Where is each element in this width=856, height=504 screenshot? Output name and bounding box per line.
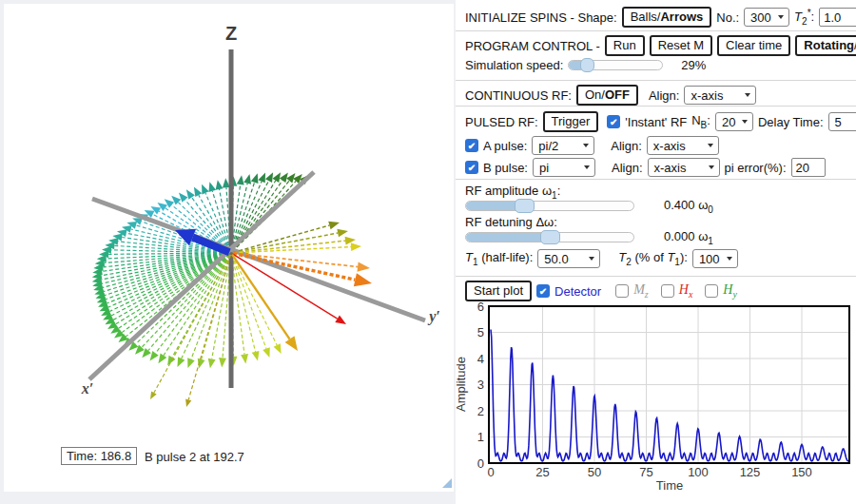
- chevron-down-icon: [584, 165, 590, 169]
- nb-value: 20: [722, 115, 735, 129]
- svg-text:x′: x′: [81, 380, 94, 397]
- detector-label: Detector: [554, 284, 601, 299]
- continuous-rf-row: CONTINUOUS RF: On/OFF Align: x-axis: [465, 85, 756, 106]
- control-panel: INITIALIZE SPINS - Shape: Balls/Arrows N…: [456, 0, 856, 504]
- svg-text:25: 25: [535, 465, 549, 479]
- spin-count-select[interactable]: 300: [744, 8, 789, 27]
- slider-thumb[interactable]: [540, 230, 560, 244]
- resize-handle-icon[interactable]: [442, 478, 452, 488]
- hy-checkbox[interactable]: [705, 284, 718, 298]
- shape-toggle-button[interactable]: Balls/Arrows: [622, 7, 712, 28]
- run-button[interactable]: Run: [605, 35, 645, 56]
- plot-toolbar-row: Start plot ✔ Detector Mz Hx Hy: [465, 281, 737, 301]
- rf-amplitude-value: 0.400 ω0: [664, 198, 713, 215]
- spin-count-label: No.:: [716, 10, 739, 25]
- divider: [456, 80, 856, 81]
- b-pulse-select[interactable]: pi: [533, 158, 595, 177]
- a-align-label: Align:: [611, 139, 642, 153]
- b-pulse-label: B pulse:: [483, 161, 528, 175]
- svg-text:1: 1: [477, 430, 484, 444]
- a-pulse-checkbox[interactable]: ✔: [465, 139, 478, 152]
- pulse-status-text: B pulse 2 at 192.7: [145, 450, 244, 464]
- simulation-speed-value: 29%: [681, 58, 706, 72]
- spin-scene-canvas[interactable]: Zx′y′: [4, 4, 454, 492]
- t1-select[interactable]: 50.0: [537, 249, 600, 268]
- simulation-speed-slider[interactable]: [568, 58, 663, 72]
- hx-label: Hx: [679, 282, 693, 300]
- pulsed-rf-label: PULSED RF:: [465, 115, 538, 129]
- chevron-down-icon: [778, 15, 784, 19]
- delay-time-value: 5: [835, 115, 842, 129]
- svg-text:125: 125: [740, 465, 761, 479]
- svg-text:0: 0: [477, 456, 484, 471]
- cw-on-off-toggle-button[interactable]: On/OFF: [576, 85, 638, 106]
- clear-time-button[interactable]: Clear time: [717, 35, 790, 56]
- b-pulse-checkbox[interactable]: ✔: [465, 161, 478, 174]
- a-pulse-row: ✔ A pulse: pi/2 Align: x-axis: [465, 136, 719, 155]
- svg-text:50: 50: [588, 465, 601, 479]
- rf-detuning-label-row: RF detuning Δω:: [465, 215, 557, 229]
- t1-value: 50.0: [544, 252, 568, 266]
- a-align-select[interactable]: x-axis: [647, 136, 719, 155]
- t1-label: T1 (half-life):: [465, 250, 533, 267]
- t2-select[interactable]: 100: [692, 249, 738, 268]
- initialize-spins-row: INITIALIZE SPINS - Shape: Balls/Arrows N…: [465, 7, 856, 28]
- mz-label: Mz: [633, 282, 649, 300]
- pulsed-rf-row: PULSED RF: Trigger ✔ 'Instant' RF NB: 20…: [465, 111, 856, 132]
- continuous-rf-label: CONTINUOUS RF:: [465, 88, 572, 103]
- svg-text:Z: Z: [225, 23, 237, 44]
- chevron-down-icon: [742, 120, 748, 124]
- b-pulse-row: ✔ B pulse: pi Align: x-axis pi error(%):: [465, 158, 826, 177]
- svg-text:6: 6: [477, 302, 484, 314]
- svg-text:y′: y′: [427, 308, 440, 325]
- detector-checkbox[interactable]: ✔: [536, 284, 550, 298]
- simulation-speed-row: Simulation speed: 29%: [465, 58, 706, 72]
- pi-error-label: pi error(%):: [725, 161, 787, 175]
- cw-align-select[interactable]: x-axis: [684, 86, 756, 105]
- slider-thumb[interactable]: [515, 199, 535, 213]
- pi-error-input[interactable]: [791, 158, 826, 177]
- nb-select[interactable]: 20: [715, 112, 753, 131]
- hy-label: Hy: [723, 282, 737, 300]
- trigger-button[interactable]: Trigger: [543, 111, 599, 132]
- rotating-lab-toggle-button[interactable]: Rotating/Lab: [795, 35, 856, 56]
- rf-amplitude-slider-row: 0.400 ω0: [465, 198, 713, 215]
- amplitude-time-plot: 02550751001251500123456AmplitudeTime: [456, 302, 856, 504]
- chevron-down-icon: [583, 144, 589, 147]
- svg-text:0: 0: [487, 465, 494, 479]
- rf-detuning-slider[interactable]: [465, 230, 634, 244]
- rf-detuning-label: RF detuning Δω:: [465, 215, 557, 229]
- t2star-label: T2*:: [794, 8, 814, 27]
- delay-time-select[interactable]: 5: [828, 112, 856, 131]
- a-align-value: x-axis: [653, 139, 686, 153]
- svg-text:100: 100: [688, 465, 709, 479]
- svg-text:3: 3: [477, 378, 484, 392]
- svg-text:2: 2: [477, 404, 484, 418]
- simulation-speed-label: Simulation speed:: [465, 58, 563, 72]
- start-plot-button[interactable]: Start plot: [465, 281, 532, 301]
- divider: [456, 276, 856, 277]
- spin-3d-view[interactable]: Zx′y′ Time: 186.8 B pulse 2 at 192.7: [4, 4, 454, 492]
- reset-m-button[interactable]: Reset M: [650, 35, 712, 56]
- instant-rf-label: 'Instant' RF: [625, 115, 687, 129]
- t2star-input[interactable]: [819, 8, 856, 27]
- t2-label: T2 (% of T1):: [618, 250, 688, 267]
- chevron-down-icon: [589, 257, 594, 261]
- divider: [456, 30, 856, 31]
- mz-checkbox[interactable]: [615, 284, 629, 298]
- chevron-down-icon: [727, 257, 732, 261]
- slider-thumb[interactable]: [580, 58, 594, 72]
- b-align-select[interactable]: x-axis: [648, 158, 720, 177]
- rf-detuning-slider-row: 0.000 ω1: [465, 229, 713, 246]
- initialize-spins-label: INITIALIZE SPINS - Shape:: [465, 10, 617, 25]
- t2-value: 100: [699, 252, 720, 266]
- svg-text:150: 150: [791, 465, 812, 479]
- nb-label: NB:: [691, 113, 710, 130]
- rf-detuning-value: 0.000 ω1: [664, 229, 713, 246]
- a-pulse-select[interactable]: pi/2: [532, 136, 594, 155]
- hx-checkbox[interactable]: [661, 284, 674, 298]
- instant-rf-checkbox[interactable]: ✔: [607, 115, 620, 128]
- a-pulse-value: pi/2: [538, 139, 558, 153]
- rf-amplitude-slider[interactable]: [465, 199, 634, 213]
- chevron-down-icon: [709, 165, 714, 169]
